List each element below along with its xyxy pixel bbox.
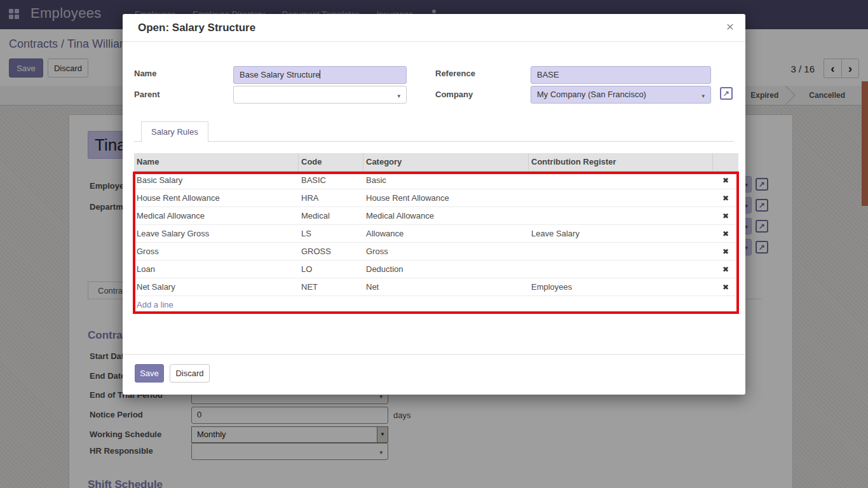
name-label: Name — [134, 69, 156, 78]
modal-tabbar: Salary Rules — [134, 121, 734, 142]
company-label: Company — [435, 90, 473, 99]
add-a-line-link[interactable]: Add a line — [134, 296, 738, 313]
table-row[interactable]: Medical AllowanceMedical Medical Allowan… — [134, 207, 738, 225]
table-row[interactable]: Basic SalaryBASIC Basic ✖ — [134, 172, 738, 189]
col-header-name[interactable]: Name — [134, 153, 299, 171]
scrollbar-thumb[interactable] — [862, 81, 868, 206]
table-row[interactable]: GrossGROSS Gross ✖ — [134, 243, 738, 261]
salary-rules-table: Name Code Category Contribution Register… — [134, 153, 738, 313]
delete-row-icon[interactable]: ✖ — [713, 283, 738, 292]
modal-discard-button[interactable]: Discard — [170, 364, 210, 383]
col-header-category[interactable]: Category — [363, 153, 529, 171]
salary-structure-modal: Open: Salary Structure × Name Base Salar… — [123, 14, 745, 395]
reference-input[interactable]: BASE — [531, 66, 711, 84]
company-external-link-icon[interactable]: ↗ — [720, 87, 733, 100]
company-value: My Company (San Francisco) — [537, 90, 646, 99]
parent-select[interactable]: ▾ — [233, 86, 407, 104]
modal-save-button[interactable]: Save — [135, 364, 164, 383]
name-value: Base Salary Structure — [240, 70, 320, 79]
close-icon[interactable]: × — [726, 19, 734, 34]
chevron-down-icon: ▾ — [397, 93, 400, 99]
col-header-code[interactable]: Code — [299, 153, 363, 171]
modal-footer: Save Discard — [123, 354, 745, 395]
delete-row-icon[interactable]: ✖ — [713, 212, 738, 220]
text-cursor — [320, 70, 320, 79]
company-select[interactable]: My Company (San Francisco) ▾ — [531, 86, 711, 104]
table-row[interactable]: Net SalaryNET NetEmployees ✖ — [134, 278, 738, 296]
delete-row-icon[interactable]: ✖ — [713, 265, 738, 274]
table-row[interactable]: Leave Salary GrossLS AllowanceLeave Sala… — [134, 225, 738, 243]
reference-value: BASE — [537, 70, 559, 79]
screen: Employees Employees Employee Directory D… — [0, 0, 868, 488]
delete-row-icon[interactable]: ✖ — [713, 229, 738, 238]
table-row[interactable]: House Rent AllowanceHRA House Rent Allow… — [134, 189, 738, 207]
col-header-actions — [713, 153, 738, 171]
modal-header: Open: Salary Structure × — [123, 14, 745, 42]
delete-row-icon[interactable]: ✖ — [713, 194, 738, 203]
reference-label: Reference — [435, 69, 475, 78]
name-input[interactable]: Base Salary Structure — [233, 66, 407, 84]
tab-salary-rules[interactable]: Salary Rules — [141, 121, 208, 142]
col-header-register[interactable]: Contribution Register — [529, 153, 713, 171]
chevron-down-icon: ▾ — [702, 93, 705, 99]
delete-row-icon[interactable]: ✖ — [713, 247, 738, 256]
delete-row-icon[interactable]: ✖ — [713, 176, 738, 185]
parent-label: Parent — [134, 90, 159, 99]
table-row[interactable]: LoanLO Deduction ✖ — [134, 261, 738, 278]
modal-title: Open: Salary Structure — [138, 22, 255, 34]
table-header-row: Name Code Category Contribution Register — [134, 153, 738, 172]
